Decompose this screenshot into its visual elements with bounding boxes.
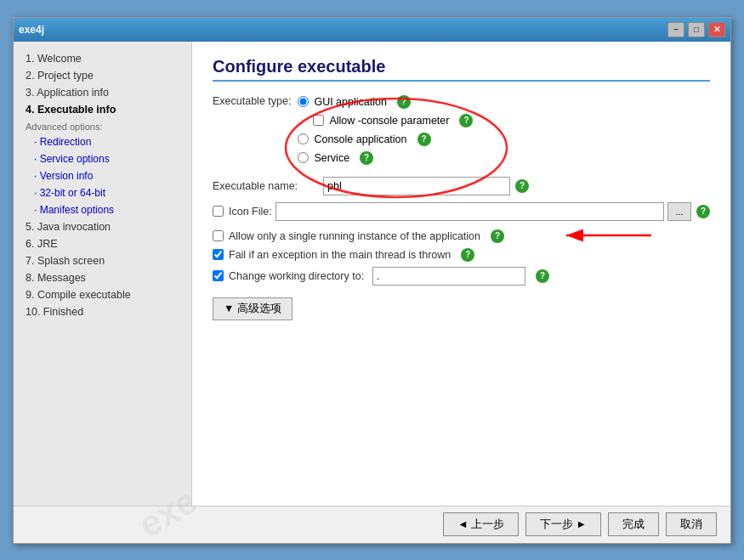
minimize-button[interactable]: – xyxy=(667,22,684,37)
checkbox-working-dir[interactable] xyxy=(213,270,224,281)
icon-file-label: Icon File: xyxy=(229,206,272,218)
sidebar-item-exec-info[interactable]: 4. Executable info xyxy=(14,101,191,118)
help-icon-console[interactable]: ? xyxy=(417,133,431,146)
exec-name-input[interactable] xyxy=(323,177,510,195)
sidebar-item-redirection[interactable]: · Redirection xyxy=(14,133,191,150)
checkbox-row-exception-thread: Fail if an exception in the main thread … xyxy=(213,248,710,262)
checkbox-single-instance[interactable] xyxy=(213,230,224,241)
sidebar-item-project-type[interactable]: 2. Project type xyxy=(14,67,191,84)
advanced-options-label-btn: ▼ 高级选项 xyxy=(224,302,281,316)
cancel-label: 取消 xyxy=(680,518,702,532)
working-dir-label: Change working directory to: xyxy=(229,270,364,282)
help-icon-single-instance[interactable]: ? xyxy=(491,229,504,243)
radio-row-service: Service ? xyxy=(298,151,473,165)
radio-row-console: Console application ? xyxy=(298,133,473,146)
radio-service[interactable] xyxy=(298,152,309,163)
sidebar-item-manifest-options[interactable]: · Manifest options xyxy=(14,201,191,218)
exe4j-watermark: exe4j xyxy=(132,466,192,506)
sidebar-item-finished[interactable]: 10. Finished xyxy=(14,303,191,320)
help-icon-icon-file[interactable]: ? xyxy=(696,205,710,218)
single-instance-label: Allow only a single running instance of … xyxy=(229,230,480,242)
sidebar-item-service-options[interactable]: · Service options xyxy=(14,150,191,167)
exception-thread-label: Fail if an exception in the main thread … xyxy=(229,249,451,261)
browse-button[interactable]: ... xyxy=(667,202,691,221)
help-icon-exec-name[interactable]: ? xyxy=(515,179,529,193)
radio-console[interactable] xyxy=(298,133,309,144)
icon-file-checkbox[interactable] xyxy=(213,206,224,217)
finish-label: 完成 xyxy=(622,518,645,532)
help-icon-working-dir[interactable]: ? xyxy=(536,269,549,283)
checkbox-row-working-dir: Change working directory to: ? xyxy=(213,267,710,286)
help-icon-gui[interactable]: ? xyxy=(397,95,411,109)
radio-row-console-param: Allow -console parameter ? xyxy=(298,114,473,127)
advanced-options-button[interactable]: ▼ 高级选项 xyxy=(213,297,292,320)
sidebar-item-messages[interactable]: 8. Messages xyxy=(14,269,191,286)
exec-name-label: Executable name: xyxy=(213,180,323,192)
exec-type-label: Executable type: xyxy=(213,95,291,107)
sidebar-item-app-info[interactable]: 3. Application info xyxy=(14,84,191,101)
main-window: exe4j – □ ✕ 1. Welcome 2. Project type 3… xyxy=(13,17,731,544)
content-area: 1. Welcome 2. Project type 3. Applicatio… xyxy=(14,42,730,506)
window-title: exe4j xyxy=(19,24,44,36)
maximize-button[interactable]: □ xyxy=(688,22,705,37)
console-param-label: Allow -console parameter xyxy=(329,115,449,127)
sidebar-item-jre[interactable]: 6. JRE xyxy=(14,235,191,252)
radio-gui-label: GUI application xyxy=(314,96,386,108)
sidebar-item-welcome[interactable]: 1. Welcome xyxy=(14,50,191,67)
finish-button[interactable]: 完成 xyxy=(608,512,659,536)
prev-label: ◄ 上一步 xyxy=(457,518,504,532)
help-icon-service[interactable]: ? xyxy=(360,151,373,165)
help-icon-console-param[interactable]: ? xyxy=(459,114,473,127)
sidebar-item-compile-exec[interactable]: 9. Compile executable xyxy=(14,286,191,303)
title-bar-buttons: – □ ✕ xyxy=(667,22,725,37)
working-dir-input[interactable] xyxy=(372,267,525,286)
footer: ◄ 上一步 下一步 ► 完成 取消 xyxy=(14,506,730,543)
cancel-button[interactable]: 取消 xyxy=(666,512,717,536)
next-button[interactable]: 下一步 ► xyxy=(525,512,601,536)
radio-service-label: Service xyxy=(314,152,349,164)
exec-name-row: Executable name: ? xyxy=(213,177,710,195)
checkbox-row-single-instance: Allow only a single running instance of … xyxy=(213,229,710,243)
radio-gui[interactable] xyxy=(298,96,309,107)
exec-type-section: Executable type: GUI application ? Allow… xyxy=(213,95,710,170)
sidebar-item-32-64-bit[interactable]: · 32-bit or 64-bit xyxy=(14,184,191,201)
checkbox-console-param[interactable] xyxy=(313,115,324,126)
sidebar-item-splash-screen[interactable]: 7. Splash screen xyxy=(14,252,191,269)
help-icon-exception-thread[interactable]: ? xyxy=(461,248,474,262)
close-button[interactable]: ✕ xyxy=(708,22,725,37)
icon-file-input[interactable] xyxy=(275,202,664,221)
checkbox-exception-thread[interactable] xyxy=(213,249,224,260)
next-label: 下一步 ► xyxy=(540,518,587,532)
icon-file-row: Icon File: ... ? xyxy=(213,202,710,221)
title-bar: exe4j – □ ✕ xyxy=(14,18,730,42)
radio-group: GUI application ? Allow -console paramet… xyxy=(298,95,473,165)
sidebar-item-java-invocation[interactable]: 5. Java invocation xyxy=(14,218,191,235)
page-title: Configure executable xyxy=(213,57,710,82)
prev-button[interactable]: ◄ 上一步 xyxy=(443,512,519,536)
radio-console-label: Console application xyxy=(314,133,406,145)
sidebar-item-version-info[interactable]: · Version info xyxy=(14,167,191,184)
radio-row-gui: GUI application ? xyxy=(298,95,473,109)
main-content: Configure executable Executable type: GU… xyxy=(192,42,730,506)
advanced-options-label: Advanced options: xyxy=(14,118,191,133)
sidebar: 1. Welcome 2. Project type 3. Applicatio… xyxy=(14,42,192,506)
